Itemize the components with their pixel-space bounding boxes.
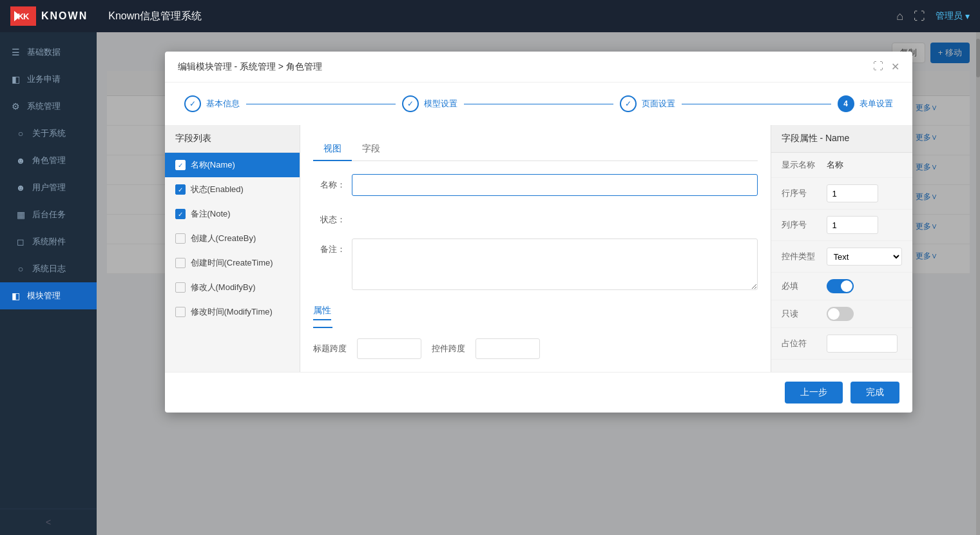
prop-row-required: 必填	[771, 273, 912, 300]
tab-field[interactable]: 字段	[352, 138, 390, 161]
field-item-modifytime[interactable]: 修改时间(ModifyTime)	[165, 300, 300, 324]
field-item-note[interactable]: ✓ 备注(Note)	[165, 202, 300, 226]
step-label-model: 模型设置	[424, 98, 457, 110]
field-item-modifyby[interactable]: 修改人(ModifyBy)	[165, 275, 300, 300]
sidebar-item-system[interactable]: ⚙ 系统管理	[0, 93, 97, 120]
field-check-enabled: ✓	[175, 184, 186, 195]
step-line-3	[682, 104, 831, 104]
top-header: KK KNOWN Known信息管理系统 ⌂ ⛶ 管理员 ▾	[0, 0, 980, 32]
step-circle-model: ✓	[402, 95, 419, 112]
step-line-1	[246, 104, 396, 104]
prop-row-display-name: 显示名称 名称	[771, 153, 912, 178]
tasks-icon: ▦	[15, 209, 26, 220]
step-circle-basic: ✓	[184, 95, 201, 112]
row-order-label: 行序号	[782, 188, 827, 199]
sidebar-item-basic-data[interactable]: ☰ 基础数据	[0, 39, 97, 66]
display-name-value: 名称	[827, 159, 902, 171]
steps-bar: ✓ 基本信息 ✓ 模型设置 ✓ 页面设置 4	[165, 83, 912, 125]
sidebar-item-roles[interactable]: ☻ 角色管理	[0, 147, 97, 174]
admin-menu[interactable]: 管理员 ▾	[936, 10, 970, 22]
note-label: 备注：	[313, 238, 352, 255]
app-title: Known信息管理系统	[108, 10, 202, 23]
placeholder-label: 占位符	[782, 338, 827, 349]
field-item-enabled[interactable]: ✓ 状态(Enabled)	[165, 177, 300, 202]
sidebar-item-modules[interactable]: ◧ 模块管理	[0, 282, 97, 309]
checkmark-note: ✓	[178, 211, 183, 218]
name-input-wrapper	[352, 174, 758, 196]
field-item-createtime[interactable]: 创建时间(CreateTime)	[165, 251, 300, 275]
field-props-panel: 字段属性 - Name 显示名称 名称 行序号	[771, 125, 912, 372]
sidebar-item-tasks[interactable]: ▦ 后台任务	[0, 201, 97, 228]
field-check-modifytime	[175, 307, 186, 317]
dialog-header-icons: ⛶ ✕	[873, 61, 899, 73]
checkmark-name: ✓	[178, 162, 183, 169]
dialog-close-icon[interactable]: ✕	[891, 61, 899, 73]
prop-row-row-order: 行序号	[771, 178, 912, 209]
prop-row-readonly: 只读	[771, 300, 912, 328]
sidebar-item-logs[interactable]: ○ 系统日志	[0, 255, 97, 282]
control-width-input[interactable]	[476, 338, 540, 359]
sidebar-label-tasks: 后台任务	[32, 209, 66, 220]
finish-button[interactable]: 完成	[850, 382, 899, 404]
row-order-input[interactable]	[827, 184, 878, 202]
required-label: 必填	[782, 280, 827, 292]
field-item-name[interactable]: ✓ 名称(Name)	[165, 153, 300, 177]
field-label-modifyby: 修改人(ModifyBy)	[191, 282, 256, 293]
sidebar-item-files[interactable]: ◻ 系统附件	[0, 228, 97, 255]
display-name-label: 显示名称	[782, 159, 827, 171]
dialog-body: 字段列表 ✓ 名称(Name) ✓	[165, 125, 912, 372]
fullscreen-icon[interactable]: ⛶	[914, 10, 925, 23]
sidebar-item-about[interactable]: ○ 关于系统	[0, 120, 97, 147]
step-label-basic: 基本信息	[206, 98, 240, 110]
main-layout: ☰ 基础数据 ◧ 业务申请 ⚙ 系统管理 ○ 关于系统 ☻ 角色管理 ☻ 用户管…	[0, 32, 980, 535]
dialog-header: 编辑模块管理 - 系统管理 > 角色管理 ⛶ ✕	[165, 52, 912, 83]
note-input-wrapper	[352, 238, 758, 292]
name-input[interactable]	[352, 174, 758, 196]
sidebar-item-business[interactable]: ◧ 业务申请	[0, 66, 97, 93]
required-toggle[interactable]	[827, 279, 854, 293]
system-icon: ⚙	[10, 101, 21, 112]
field-label-createtime: 创建时间(CreateTime)	[191, 257, 273, 269]
readonly-toggle[interactable]	[827, 307, 854, 321]
logo: KK KNOWN	[10, 6, 88, 26]
sidebar-label-about: 关于系统	[32, 128, 66, 139]
field-list-panel: 字段列表 ✓ 名称(Name) ✓	[165, 125, 300, 372]
label-width-label: 标题跨度	[313, 343, 347, 355]
content-area: 复制 + 移动 操作 编辑 更多∨ 编辑 更多∨	[97, 32, 980, 535]
sidebar-collapse-button[interactable]: <	[0, 509, 97, 535]
header-right: ⌂ ⛶ 管理员 ▾	[896, 10, 970, 23]
tab-view[interactable]: 视图	[313, 138, 352, 161]
sidebar-label-modules: 模块管理	[27, 290, 61, 302]
sidebar-label-system: 系统管理	[27, 101, 61, 112]
step-basic: ✓ 基本信息	[184, 95, 240, 112]
field-check-createtime	[175, 258, 186, 268]
form-row-note: 备注：	[313, 238, 758, 292]
readonly-label: 只读	[782, 308, 827, 320]
placeholder-input[interactable]	[827, 335, 898, 353]
field-item-createby[interactable]: 创建人(CreateBy)	[165, 226, 300, 251]
dialog-title: 编辑模块管理 - 系统管理 > 角色管理	[178, 61, 322, 73]
field-label-enabled: 状态(Enabled)	[191, 184, 244, 195]
prop-row-col-order: 列序号	[771, 209, 912, 241]
prev-button[interactable]: 上一步	[785, 382, 843, 404]
home-icon[interactable]: ⌂	[896, 10, 903, 23]
form-row-name: 名称：	[313, 174, 758, 196]
field-props-title: 字段属性 - Name	[771, 125, 912, 153]
control-type-select[interactable]: Text Textarea Number Date Select Checkbo…	[827, 248, 902, 266]
label-width-input[interactable]	[357, 338, 421, 359]
dialog-maximize-icon[interactable]: ⛶	[873, 61, 883, 73]
field-check-createby	[175, 233, 186, 244]
checkmark-enabled: ✓	[178, 186, 183, 193]
sidebar-item-users[interactable]: ☻ 用户管理	[0, 174, 97, 201]
note-textarea[interactable]	[352, 238, 758, 290]
control-type-label: 控件类型	[782, 251, 827, 262]
logo-icon: KK	[10, 6, 36, 26]
col-order-label: 列序号	[782, 219, 827, 231]
files-icon: ◻	[15, 237, 26, 247]
field-label-name: 名称(Name)	[191, 159, 235, 171]
prop-row-placeholder: 占位符	[771, 328, 912, 360]
sidebar-label-basic-data: 基础数据	[27, 46, 61, 58]
step-line-2	[464, 104, 613, 104]
col-order-input[interactable]	[827, 216, 878, 234]
dialog-overlay: 编辑模块管理 - 系统管理 > 角色管理 ⛶ ✕ ✓ 基本信息 ✓	[97, 32, 980, 535]
